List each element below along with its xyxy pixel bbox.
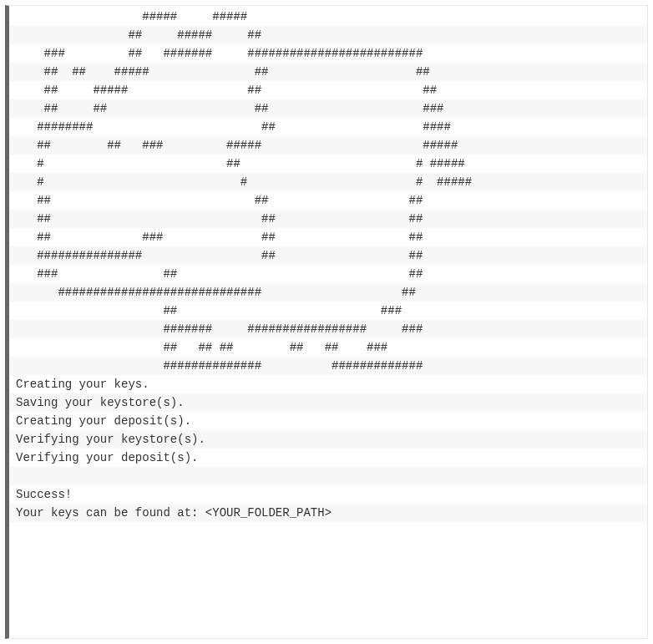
terminal-line: ############### ## ## xyxy=(9,246,648,265)
terminal-line: Creating your deposit(s). xyxy=(9,412,648,430)
terminal-line xyxy=(9,467,648,485)
terminal-line: ## ## ## ### xyxy=(9,99,648,118)
terminal-line: ## ### xyxy=(9,302,648,320)
terminal-line: Saving your keystore(s). xyxy=(9,393,648,412)
terminal-line: ############## ############# xyxy=(9,357,648,375)
terminal-line: ## ## ## ## ## ### xyxy=(9,338,648,357)
terminal-line: Verifying your deposit(s). xyxy=(9,449,648,467)
terminal-line: Creating your keys. xyxy=(9,375,648,393)
terminal-lines-container: ##### ##### ## ##### ## ### ## ####### #… xyxy=(9,6,648,522)
terminal-line: ## ## ### ##### ##### xyxy=(9,136,648,155)
terminal-output-block[interactable]: ##### ##### ## ##### ## ### ## ####### #… xyxy=(5,5,648,639)
terminal-line: ## ##### ## xyxy=(9,26,648,44)
terminal-line: ## ## ## xyxy=(9,210,648,228)
terminal-line: ############################# ## xyxy=(9,283,648,302)
terminal-line: ### ## ## xyxy=(9,265,648,283)
terminal-line: ## ### ## ## xyxy=(9,228,648,246)
terminal-line: ## ##### ## ## xyxy=(9,81,648,99)
terminal-line: ##### ##### xyxy=(9,8,648,26)
terminal-line: Success! xyxy=(9,485,648,504)
terminal-line: Verifying your keystore(s). xyxy=(9,430,648,449)
terminal-line: ## ## ##### ## ## xyxy=(9,63,648,81)
terminal-line: # # # ##### xyxy=(9,173,648,191)
page-root: ##### ##### ## ##### ## ### ## ####### #… xyxy=(0,0,653,644)
terminal-line: Your keys can be found at: <YOUR_FOLDER_… xyxy=(9,504,648,522)
terminal-line: ## ## ## xyxy=(9,191,648,210)
terminal-line: ####### ################# ### xyxy=(9,320,648,338)
terminal-line: ### ## ####### ######################### xyxy=(9,44,648,63)
terminal-line: ######## ## #### xyxy=(9,118,648,136)
terminal-line: # ## # ##### xyxy=(9,155,648,173)
